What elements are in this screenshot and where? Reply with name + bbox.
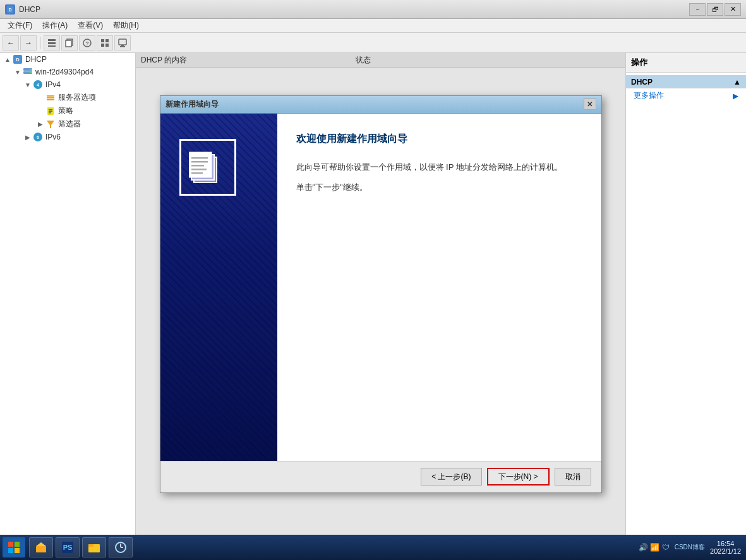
restore-button[interactable]: 🗗 [707,3,723,16]
next-button[interactable]: 下一步(N) > [487,468,550,486]
svg-rect-2 [48,39,56,41]
tree-label-ipv4: IPv4 [45,80,61,89]
dialog-title-bar: 新建作用域向导 ✕ [160,96,601,114]
menu-action[interactable]: 操作(A) [37,19,73,32]
svg-rect-10 [105,39,109,42]
dialog-footer: < 上一步(B) 下一步(N) > 取消 [160,461,601,492]
close-button[interactable]: ✕ [725,3,741,16]
minimize-button[interactable]: － [689,3,706,16]
dialog-close-button[interactable]: ✕ [584,98,596,110]
filter-icon [45,119,56,129]
svg-rect-14 [121,45,124,46]
taskbar: PS 🔊 📶 🛡 CSDN博客 16:54 2022/1/12 [0,535,746,560]
menu-help[interactable]: 帮助(H) [108,19,144,32]
dialog-heading: 欢迎使用新建作用域向导 [296,133,582,146]
svg-rect-13 [119,39,126,45]
svg-rect-30 [49,112,51,114]
svg-rect-4 [48,45,56,47]
svg-text:6: 6 [37,135,39,140]
tree-item-ipv6[interactable]: ▶ 6 IPv6 [0,131,135,143]
expand-ipv4[interactable]: ▼ [23,80,33,90]
center-panel: DHCP 的内容 状态 新建作用域向导 ✕ [136,53,626,535]
svg-point-20 [30,69,32,70]
dialog-desc1: 此向导可帮助你设置一个作用域，以便将 IP 地址分发给网络上的计算机。 [296,161,582,174]
more-actions-item[interactable]: 更多操作 ▶ [626,88,746,103]
taskbar-files[interactable] [82,537,106,557]
copy-button[interactable] [61,35,78,51]
tray-icons: 🔊 📶 🛡 [639,543,670,552]
dialog-overlay: 新建作用域向导 ✕ [136,53,625,535]
svg-rect-51 [88,544,93,547]
tree-item-server[interactable]: ▼ win-f2d49304pd4 [0,66,135,78]
svg-rect-38 [191,161,208,163]
start-button[interactable] [3,537,25,557]
dialog-title: 新建作用域向导 [165,99,219,110]
expand-filter[interactable]: ▶ [35,119,45,129]
dialog-content: 欢迎使用新建作用域向导 此向导可帮助你设置一个作用域，以便将 IP 地址分发给网… [277,114,601,461]
more-actions-label: 更多操作 [634,90,664,101]
ipv6-icon: 6 [33,132,43,142]
forward-button[interactable]: → [20,35,37,51]
clock-date: 2022/1/12 [710,547,741,555]
svg-rect-41 [191,172,203,174]
grid-button[interactable] [97,35,113,51]
menu-file[interactable]: 文件(F) [3,19,37,32]
pages-icon [189,148,227,186]
svg-point-21 [30,72,32,73]
svg-rect-40 [191,169,207,170]
tree-item-dhcp[interactable]: ▲ D DHCP [0,53,135,66]
svg-rect-24 [47,95,54,97]
dialog-wizard-icon [179,139,236,196]
tree-label-server-options: 服务器选项 [58,92,96,103]
tree-item-ipv4[interactable]: ▼ 4 IPv4 [0,78,135,91]
tree-label-server: win-f2d49304pd4 [35,68,93,76]
more-actions-arrow: ▶ [733,92,738,100]
dialog-desc2: 单击"下一步"继续。 [296,181,582,194]
svg-rect-11 [101,44,104,47]
tray-text: CSDN博客 [675,543,705,552]
svg-rect-43 [15,542,20,547]
svg-rect-42 [8,542,13,547]
tree-item-filter[interactable]: ▶ 筛选器 [0,117,135,131]
svg-text:?: ? [85,40,89,46]
svg-rect-3 [48,42,56,44]
expand-dhcp[interactable]: ▲ [3,54,13,64]
menu-bar: 文件(F) 操作(A) 查看(V) 帮助(H) [0,19,746,33]
dhcp-tree-icon: D [13,54,23,64]
expand-ipv6[interactable]: ▶ [23,132,33,142]
policy-icon [45,106,56,116]
taskbar-powershell[interactable]: PS [56,537,80,557]
back-button[interactable]: ← [3,35,19,51]
header-expand-icon: ▲ [733,78,741,86]
back-button[interactable]: < 上一步(B) [421,468,481,486]
window-title: DHCP [19,5,40,14]
spacer1 [35,93,45,103]
svg-text:4: 4 [37,83,39,87]
menu-view[interactable]: 查看(V) [73,19,108,32]
svg-rect-29 [49,110,52,112]
svg-text:D: D [8,8,11,12]
svg-rect-12 [105,44,109,47]
cancel-button[interactable]: 取消 [555,468,591,486]
taskbar-clock-display[interactable]: 16:54 2022/1/12 [710,540,741,555]
title-bar: D DHCP － 🗗 ✕ [0,0,746,19]
view-button[interactable] [44,35,60,51]
expand-server[interactable]: ▼ [13,67,23,77]
taskbar-clock[interactable] [109,537,133,557]
tree-label-policy: 策略 [58,105,73,116]
taskbar-explorer[interactable] [29,537,53,557]
right-action-header-label: DHCP [631,78,653,86]
tree-label-dhcp: DHCP [25,55,47,64]
clock-time: 16:54 [717,540,735,547]
tree-label-ipv6: IPv6 [45,133,61,141]
tree-item-server-options[interactable]: 服务器选项 [0,91,135,104]
options-icon [45,93,56,103]
help-button[interactable]: ? [79,35,95,51]
tree-item-policy[interactable]: 策略 [0,104,135,117]
tree-label-filter: 筛选器 [58,119,81,129]
server-icon [23,67,33,77]
svg-rect-39 [191,165,204,167]
monitor-button[interactable] [114,35,131,51]
right-panel: 操作 DHCP ▲ 更多操作 ▶ [626,53,746,535]
svg-rect-6 [66,40,71,47]
